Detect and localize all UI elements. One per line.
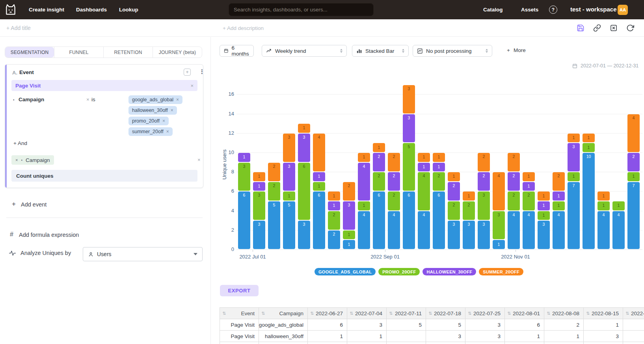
bar-segment-promo_20off[interactable]: 1 bbox=[553, 201, 565, 210]
bar-segment-promo_20off[interactable]: 2 bbox=[328, 211, 340, 230]
bar-segment-halloween_30off[interactable]: 1 bbox=[238, 153, 250, 162]
remove-group-by-icon[interactable]: × bbox=[15, 158, 18, 162]
tab-journey-beta-[interactable]: JOURNEY (beta) bbox=[153, 47, 202, 58]
nav-assets[interactable]: Assets bbox=[521, 7, 538, 13]
bar-segment-summer_20off[interactable]: 1 bbox=[298, 124, 310, 133]
workspace-name[interactable]: test - workspace bbox=[570, 6, 617, 13]
bar-segment-google_ads_global[interactable]: 7 bbox=[568, 182, 580, 249]
bar-segment-halloween_30off[interactable]: 3 bbox=[403, 114, 415, 143]
bar-segment-google_ads_global[interactable]: 3 bbox=[538, 221, 550, 249]
bar-segment-google_ads_global[interactable]: 3 bbox=[298, 221, 310, 249]
add-filter-icon[interactable]: + bbox=[184, 69, 191, 76]
add-formula-button[interactable]: Add formula expression bbox=[19, 232, 79, 238]
bar-segment-summer_20off[interactable]: 1 bbox=[448, 172, 460, 181]
bar-segment-google_ads_global[interactable]: 1 bbox=[343, 240, 355, 249]
bar-segment-promo_20off[interactable]: 1 bbox=[358, 201, 370, 210]
bar-segment-google_ads_global[interactable]: 4 bbox=[597, 211, 610, 249]
bar-segment-google_ads_global[interactable]: 7 bbox=[627, 182, 640, 249]
trend-select[interactable]: Weekly trend bbox=[262, 45, 347, 57]
bar-segment-google_ads_global[interactable]: 4 bbox=[553, 211, 565, 249]
post-processing-select[interactable]: No post processing bbox=[413, 45, 492, 57]
add-title-button[interactable]: + Add title bbox=[6, 25, 31, 31]
sort-icon[interactable]: ⇅ bbox=[547, 311, 550, 316]
bar-segment-halloween_30off[interactable]: 2 bbox=[508, 172, 520, 191]
bar-segment-google_ads_global[interactable]: 4 bbox=[388, 211, 400, 249]
nav-create-insight[interactable]: Create insight bbox=[29, 7, 64, 13]
column-header-2022-08-08[interactable]: ⇅2022-08-08 bbox=[544, 308, 584, 319]
column-header-2022-06-27[interactable]: ⇅2022-06-27 bbox=[308, 308, 347, 319]
bar-segment-google_ads_global[interactable]: 3 bbox=[478, 221, 490, 249]
refresh-icon[interactable] bbox=[626, 24, 634, 32]
bar-segment-summer_20off[interactable]: 2 bbox=[343, 182, 355, 201]
bar-segment-promo_20off[interactable]: 1 bbox=[583, 143, 595, 152]
bar-segment-google_ads_global[interactable]: 6 bbox=[313, 192, 325, 249]
group-by-chip[interactable]: × • Campaign bbox=[11, 155, 54, 165]
bar-segment-summer_20off[interactable]: 2 bbox=[478, 153, 490, 171]
column-header-2022-08-01[interactable]: ⇅2022-08-01 bbox=[505, 308, 544, 319]
sort-icon[interactable]: ⇅ bbox=[222, 311, 226, 316]
bar-segment-promo_20off[interactable]: 5 bbox=[403, 143, 415, 191]
bar-segment-halloween_30off[interactable]: 1 bbox=[328, 201, 340, 210]
nav-catalog[interactable]: Catalog bbox=[483, 7, 503, 13]
bar-segment-halloween_30off[interactable]: 2 bbox=[448, 182, 460, 201]
bar-segment-promo_20off[interactable]: 3 bbox=[493, 211, 505, 240]
bar-segment-promo_20off[interactable]: 1 bbox=[597, 201, 610, 210]
bar-segment-promo_20off[interactable]: 2 bbox=[268, 182, 280, 201]
add-and-condition-button[interactable]: + And bbox=[13, 140, 27, 146]
bar-segment-summer_20off[interactable]: 2 bbox=[388, 153, 400, 171]
bar-segment-google_ads_global[interactable]: 4 bbox=[418, 211, 430, 249]
bar-segment-summer_20off[interactable]: 1 bbox=[328, 192, 340, 201]
filter-value-chip[interactable]: promo_20off× bbox=[128, 117, 169, 125]
nav-dashboards[interactable]: Dashboards bbox=[76, 7, 107, 13]
bar-segment-halloween_30off[interactable]: 2 bbox=[373, 153, 385, 171]
bar-segment-halloween_30off[interactable]: 3 bbox=[343, 201, 355, 230]
bar-segment-google_ads_global[interactable]: 6 bbox=[403, 192, 415, 249]
bar-segment-google_ads_global[interactable]: 3 bbox=[463, 221, 475, 249]
close-box-icon[interactable] bbox=[610, 24, 618, 32]
bar-segment-summer_20off[interactable]: 1 bbox=[358, 153, 370, 162]
bar-segment-summer_20off[interactable]: 2 bbox=[268, 163, 280, 181]
remove-event-icon[interactable]: × bbox=[190, 83, 194, 89]
bar-segment-summer_20off[interactable]: 4 bbox=[313, 134, 325, 171]
bar-segment-summer_20off[interactable]: 4 bbox=[627, 114, 640, 152]
analyze-by-select[interactable]: Users bbox=[83, 247, 203, 261]
nav-lookup[interactable]: Lookup bbox=[119, 7, 138, 13]
bar-segment-summer_20off[interactable]: 1 bbox=[463, 192, 475, 201]
bar-segment-promo_20off[interactable]: 2 bbox=[463, 201, 475, 220]
sort-icon[interactable]: ⇅ bbox=[507, 311, 511, 316]
bar-segment-promo_20off[interactable]: 2 bbox=[373, 172, 385, 191]
bar-segment-promo_20off[interactable]: 4 bbox=[418, 172, 430, 210]
remove-value-icon[interactable]: × bbox=[162, 118, 165, 124]
sort-icon[interactable]: ⇅ bbox=[310, 311, 314, 316]
bar-segment-summer_20off[interactable]: 1 bbox=[523, 172, 535, 181]
sort-icon[interactable]: ⇅ bbox=[389, 311, 393, 316]
cat-logo-icon[interactable] bbox=[4, 3, 17, 16]
legend-pill-summer_20off[interactable]: SUMMER_20OFF bbox=[479, 268, 523, 275]
column-header-2022-08-15[interactable]: ⇅2022-08-15 bbox=[584, 308, 623, 319]
tab-retention[interactable]: RETENTION bbox=[103, 47, 153, 58]
remove-value-icon[interactable]: × bbox=[171, 108, 173, 113]
bar-segment-google_ads_global[interactable]: 5 bbox=[268, 201, 280, 249]
filter-value-chip[interactable]: halloween_30off× bbox=[128, 106, 177, 115]
bar-segment-google_ads_global[interactable]: 3 bbox=[448, 221, 460, 249]
bar-segment-summer_20off[interactable]: 1 bbox=[538, 192, 550, 201]
legend-pill-halloween_30off[interactable]: HALLOWEEN_30OFF bbox=[423, 268, 476, 275]
bar-segment-summer_20off[interactable]: 1 bbox=[418, 153, 430, 162]
remove-value-icon[interactable]: × bbox=[176, 97, 179, 102]
bar-segment-google_ads_global[interactable]: 4 bbox=[508, 211, 520, 249]
bar-segment-halloween_30off[interactable]: 1 bbox=[538, 201, 550, 210]
bar-segment-promo_20off[interactable]: 2 bbox=[448, 201, 460, 220]
bar-segment-promo_20off[interactable]: 3 bbox=[253, 192, 265, 220]
bar-segment-promo_20off[interactable]: 1 bbox=[313, 182, 325, 191]
bar-segment-halloween_30off[interactable]: 1 bbox=[253, 182, 265, 191]
sort-icon[interactable]: ⇅ bbox=[261, 311, 265, 316]
bar-segment-summer_20off[interactable]: 2 bbox=[553, 172, 565, 191]
sort-icon[interactable]: ⇅ bbox=[586, 311, 590, 316]
bar-segment-promo_20off[interactable]: 1 bbox=[343, 231, 355, 240]
chart-type-select[interactable]: Stacked Bar bbox=[352, 45, 409, 57]
legend-pill-promo_20off[interactable]: PROMO_20OFF bbox=[378, 268, 420, 275]
event-select[interactable]: Page Visit × bbox=[11, 80, 197, 91]
column-header-2022-07-25[interactable]: ⇅2022-07-25 bbox=[465, 308, 505, 319]
filter-value-chip[interactable]: google_ads_global× bbox=[128, 95, 182, 104]
bar-segment-promo_20off[interactable]: 1 bbox=[283, 192, 295, 201]
